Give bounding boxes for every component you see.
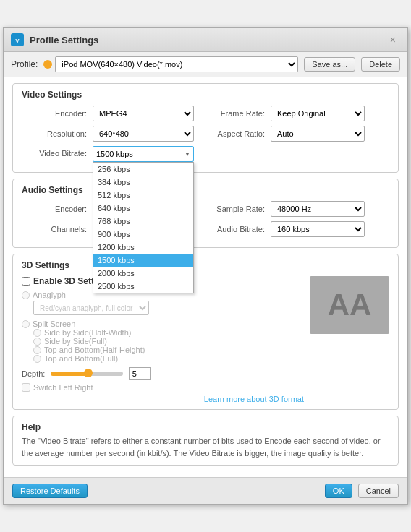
cancel-button[interactable]: Cancel: [358, 484, 399, 498]
split-options: Side by Side(Half-Width) Side by Side(Fu…: [33, 328, 304, 363]
save-as-button[interactable]: Save as...: [304, 57, 355, 72]
settings-3d-section: 3D Settings Enable 3D Settings Anaglyph: [12, 254, 399, 410]
anaglyph-select[interactable]: Red/cyan anaglyph, full color: [33, 301, 149, 315]
bitrate-selected: 1500 kbps: [96, 150, 133, 158]
bitrate-option-768[interactable]: 768 kbps: [93, 215, 193, 228]
video-settings-title: Video Settings: [22, 90, 389, 100]
settings-3d-body: Enable 3D Settings Anaglyph Red/cyan ana…: [22, 276, 389, 403]
split-screen-radio-label[interactable]: Split Screen: [22, 319, 304, 328]
anaglyph-radio[interactable]: [22, 291, 30, 299]
depth-thumb[interactable]: [84, 369, 93, 377]
anaglyph-option-row: Red/cyan anaglyph, full color: [33, 301, 304, 315]
split-half-width-text: Side by Side(Half-Width): [44, 328, 131, 337]
aa-preview-text: AA: [328, 288, 372, 322]
bitrate-option-900[interactable]: 900 kbps: [93, 228, 193, 241]
encoder-select[interactable]: MPEG4: [93, 106, 194, 121]
switch-lr-text: Switch Left Right: [33, 383, 93, 392]
samplerate-row: Sample Rate: 48000 Hz: [207, 201, 389, 217]
resolution-row: Resolution: 640*480: [22, 126, 204, 142]
delete-button[interactable]: Delete: [361, 57, 400, 72]
bitrate-row: Video Bitrate: 1500 kbps 256 kbps 384 kb…: [22, 146, 204, 162]
split-full-text: Side by Side(Full): [44, 337, 107, 346]
samplerate-label: Sample Rate:: [207, 205, 265, 213]
framerate-label: Frame Rate:: [207, 109, 265, 118]
profile-icon: [43, 60, 52, 69]
depth-input[interactable]: [129, 367, 151, 380]
encoder-label: Encoder:: [22, 109, 87, 118]
window-title: Profile Settings: [30, 35, 98, 46]
enable-3d-checkbox[interactable]: [22, 277, 30, 286]
bitrate-option-512[interactable]: 512 kbps: [93, 189, 193, 202]
footer: Restore Defaults OK Cancel: [4, 477, 407, 504]
profile-select-wrapper: iPod MOV(640×480) Video(*.mov): [43, 56, 298, 72]
title-bar-left: V Profile Settings: [11, 33, 98, 46]
aspectratio-label: Aspect Ratio:: [207, 129, 265, 138]
close-button[interactable]: ×: [386, 33, 400, 47]
split-opt-3[interactable]: Top and Bottom(Half-Height): [33, 346, 304, 354]
top-bottom-full-text: Top and Bottom(Full): [44, 354, 118, 363]
aspectratio-row: Aspect Ratio: Auto: [207, 126, 389, 142]
resolution-label: Resolution:: [22, 129, 87, 138]
restore-defaults-button[interactable]: Restore Defaults: [12, 484, 88, 498]
video-settings-rows: Encoder: MPEG4 Resolution: 640*480: [22, 106, 389, 166]
framerate-row: Frame Rate: Keep Original: [207, 106, 389, 121]
top-bottom-half-radio[interactable]: [33, 346, 41, 354]
resolution-select[interactable]: 640*480: [93, 126, 194, 142]
encoder-row: Encoder: MPEG4: [22, 106, 204, 121]
split-screen-text: Split Screen: [33, 319, 75, 328]
audio-encoder-label: Encoder:: [22, 205, 87, 213]
audio-bitrate-select[interactable]: 160 kbps: [271, 221, 365, 237]
bitrate-option-2500[interactable]: 2500 kbps: [93, 280, 193, 293]
samplerate-select[interactable]: 48000 Hz: [271, 201, 365, 217]
aa-preview-area: AA: [310, 276, 389, 403]
depth-label: Depth:: [22, 369, 45, 378]
footer-right: OK Cancel: [325, 484, 399, 498]
split-opt-4[interactable]: Top and Bottom(Full): [33, 354, 304, 363]
bitrate-option-2000[interactable]: 2000 kbps: [93, 267, 193, 280]
learn-3d-link[interactable]: Learn more about 3D format: [22, 395, 304, 403]
switch-lr-label[interactable]: Switch Left Right: [22, 383, 304, 392]
toolbar: Profile: iPod MOV(640×480) Video(*.mov) …: [4, 52, 407, 77]
bitrate-option-384[interactable]: 384 kbps: [93, 176, 193, 189]
anaglyph-section: Anaglyph Red/cyan anaglyph, full color: [22, 291, 304, 315]
video-left-col: Encoder: MPEG4 Resolution: 640*480: [22, 106, 204, 166]
channels-label: Channels:: [22, 225, 87, 233]
split-screen-radio[interactable]: [22, 320, 30, 328]
bitrate-display[interactable]: 1500 kbps: [93, 146, 194, 162]
bitrate-list: 256 kbps 384 kbps 512 kbps 640 kbps 768 …: [93, 162, 194, 293]
split-opt-2[interactable]: Side by Side(Full): [33, 337, 304, 346]
anaglyph-text: Anaglyph: [33, 291, 66, 299]
audio-settings-rows: Encoder: AAC Channels: Stereo Samp: [22, 201, 389, 241]
profile-select[interactable]: iPod MOV(640×480) Video(*.mov): [55, 56, 298, 72]
bitrate-label: Video Bitrate:: [22, 149, 87, 158]
audio-bitrate-row: Audio Bitrate: 160 kbps: [207, 221, 389, 237]
bitrate-option-256[interactable]: 256 kbps: [93, 163, 193, 176]
settings-3d-title: 3D Settings: [22, 260, 389, 270]
bitrate-option-1500[interactable]: 1500 kbps: [93, 254, 193, 267]
depth-row: Depth:: [22, 367, 304, 380]
framerate-select[interactable]: Keep Original: [271, 106, 365, 121]
bitrate-option-640[interactable]: 640 kbps: [93, 202, 193, 215]
split-full-radio[interactable]: [33, 338, 41, 346]
app-icon: V: [11, 33, 24, 46]
top-bottom-full-radio[interactable]: [33, 355, 41, 363]
profile-settings-window: V Profile Settings × Profile: iPod MOV(6…: [3, 27, 408, 505]
switch-lr-checkbox[interactable]: [22, 383, 30, 392]
video-right-col: Frame Rate: Keep Original Aspect Ratio: …: [207, 106, 389, 166]
svg-text:V: V: [15, 38, 20, 44]
help-title: Help: [22, 422, 389, 432]
aspectratio-select[interactable]: Auto: [271, 126, 365, 142]
help-text: The "Video Bitrate" refers to either a c…: [22, 435, 389, 459]
depth-track[interactable]: [51, 372, 123, 376]
audio-settings-section: Audio Settings Encoder: AAC Channels: St…: [12, 179, 399, 248]
split-opt-1[interactable]: Side by Side(Half-Width): [33, 328, 304, 337]
audio-bitrate-label: Audio Bitrate:: [207, 225, 265, 233]
title-bar: V Profile Settings ×: [4, 28, 407, 52]
split-screen-section: Split Screen Side by Side(Half-Width) Si…: [22, 319, 304, 363]
aa-preview: AA: [310, 276, 389, 334]
audio-settings-title: Audio Settings: [22, 185, 389, 195]
bitrate-option-1200[interactable]: 1200 kbps: [93, 241, 193, 254]
split-half-width-radio[interactable]: [33, 329, 41, 337]
ok-button[interactable]: OK: [325, 484, 352, 498]
bitrate-dropdown[interactable]: 1500 kbps 256 kbps 384 kbps 512 kbps 640…: [93, 146, 194, 162]
